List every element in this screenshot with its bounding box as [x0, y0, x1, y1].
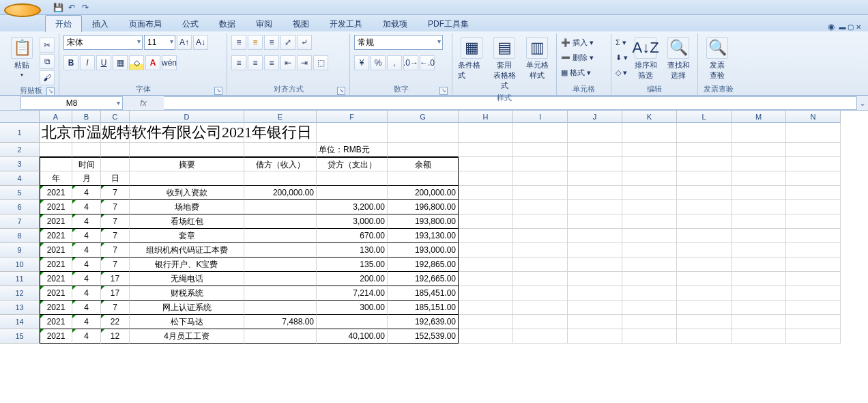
currency-icon[interactable]: ¥	[354, 55, 369, 70]
clear-button[interactable]: ◇ ▾	[616, 66, 628, 79]
cell-styles-button[interactable]: ▥单元格 样式	[522, 35, 552, 83]
font-dialog-icon[interactable]: ↘	[214, 87, 222, 95]
column-header-F[interactable]: F	[317, 111, 388, 123]
column-header-K[interactable]: K	[622, 111, 677, 123]
invoice-check-button[interactable]: 🔍发票 查验	[702, 35, 732, 83]
row-header-12[interactable]: 12	[0, 286, 40, 301]
font-size-combo[interactable]: 11	[144, 35, 175, 50]
row-header-11[interactable]: 11	[0, 272, 40, 286]
qat-undo-icon[interactable]: ↶	[66, 1, 78, 14]
tab-review[interactable]: 审阅	[246, 15, 283, 32]
column-header-N[interactable]: N	[786, 111, 841, 123]
row-header-10[interactable]: 10	[0, 258, 40, 272]
sort-filter-button[interactable]: A↓Z排序和 筛选	[631, 35, 661, 83]
font-name-combo[interactable]: 宋体	[63, 35, 143, 50]
align-middle-icon[interactable]: ≡	[248, 35, 263, 50]
grow-font-icon[interactable]: A↑	[177, 35, 192, 50]
qat-save-icon[interactable]: 💾	[52, 1, 64, 14]
font-color-button[interactable]: A	[145, 55, 160, 70]
column-header-L[interactable]: L	[677, 111, 732, 123]
format-as-table-button[interactable]: ▤套用 表格格式	[489, 35, 519, 93]
percent-icon[interactable]: %	[371, 55, 386, 70]
column-header-B[interactable]: B	[72, 111, 101, 123]
fill-color-button[interactable]: ◇	[129, 55, 144, 70]
worksheet-grid[interactable]: ABCDEFGHIJKLMN 123456789101112131415 北京市…	[0, 111, 868, 403]
row-header-3[interactable]: 3	[0, 157, 40, 171]
increase-indent-icon[interactable]: ⇥	[297, 55, 312, 70]
row-header-2[interactable]: 2	[0, 143, 40, 157]
column-header-A[interactable]: A	[40, 111, 72, 123]
tab-developer[interactable]: 开发工具	[319, 15, 373, 32]
comma-icon[interactable]: ,	[387, 55, 402, 70]
format-cells-button[interactable]: ▦ 格式 ▾	[561, 66, 591, 79]
decrease-decimal-icon[interactable]: ←.0	[420, 55, 435, 70]
conditional-format-button[interactable]: ▦条件格式	[457, 35, 487, 83]
tab-pdf[interactable]: PDF工具集	[418, 15, 479, 32]
border-button[interactable]: ▦	[113, 55, 128, 70]
qat-redo-icon[interactable]: ↷	[79, 1, 91, 14]
bold-button[interactable]: B	[63, 55, 78, 70]
align-bottom-icon[interactable]: ≡	[264, 35, 279, 50]
row-header-6[interactable]: 6	[0, 200, 40, 214]
row-header-14[interactable]: 14	[0, 315, 40, 329]
column-header-C[interactable]: C	[101, 111, 130, 123]
row-header-5[interactable]: 5	[0, 186, 40, 200]
find-select-button[interactable]: 🔍查找和 选择	[663, 35, 693, 83]
column-header-M[interactable]: M	[732, 111, 786, 123]
column-headers[interactable]: ABCDEFGHIJKLMN	[40, 111, 841, 123]
row-headers[interactable]: 123456789101112131415	[0, 123, 40, 344]
number-dialog-icon[interactable]: ↘	[439, 87, 448, 95]
fill-button[interactable]: ⬇ ▾	[616, 51, 628, 64]
tab-formulas[interactable]: 公式	[172, 15, 209, 32]
name-box[interactable]: M8	[20, 96, 123, 110]
tab-view[interactable]: 视图	[283, 15, 319, 32]
clipboard-dialog-icon[interactable]: ↘	[46, 87, 55, 96]
help-icon[interactable]: ◉	[828, 22, 835, 31]
row-header-13[interactable]: 13	[0, 301, 40, 315]
tab-addins[interactable]: 加载项	[373, 15, 418, 32]
align-left-icon[interactable]: ≡	[231, 55, 246, 70]
wrap-text-button[interactable]: ⤶	[297, 35, 312, 50]
tab-pagelayout[interactable]: 页面布局	[119, 15, 172, 32]
phonetic-button[interactable]: wén	[162, 55, 177, 70]
copy-icon[interactable]: ⧉	[40, 54, 55, 69]
cut-icon[interactable]: ✂	[40, 38, 55, 53]
select-all-button[interactable]	[0, 111, 40, 123]
row-header-1[interactable]: 1	[0, 123, 40, 143]
column-header-J[interactable]: J	[568, 111, 622, 123]
fx-icon[interactable]: fx	[140, 98, 146, 108]
align-dialog-icon[interactable]: ↘	[337, 87, 345, 95]
number-format-combo[interactable]: 常规	[354, 35, 443, 50]
underline-button[interactable]: U	[96, 55, 111, 70]
shrink-font-icon[interactable]: A↓	[193, 35, 208, 50]
column-header-G[interactable]: G	[388, 111, 459, 123]
align-right-icon[interactable]: ≡	[264, 55, 279, 70]
cell-area[interactable]: 北京市温妮特软件有限公司2021年银行日单位：RMB元时间摘要借方（收入）贷方（…	[40, 123, 841, 344]
insert-cells-button[interactable]: ➕ 插入 ▾	[561, 36, 594, 48]
row-header-8[interactable]: 8	[0, 229, 40, 243]
merge-button[interactable]: ⬚	[313, 55, 328, 70]
orientation-icon[interactable]: ⤢	[280, 35, 295, 50]
tab-data[interactable]: 数据	[209, 15, 246, 32]
row-header-4[interactable]: 4	[0, 171, 40, 186]
paste-button[interactable]: 📋 粘贴 ▾	[7, 35, 37, 80]
format-painter-icon[interactable]: 🖌	[40, 70, 55, 85]
expand-formula-bar-icon[interactable]: ⌄	[857, 98, 868, 108]
row-header-7[interactable]: 7	[0, 214, 40, 229]
align-center-icon[interactable]: ≡	[248, 55, 263, 70]
tab-home[interactable]: 开始	[45, 15, 82, 32]
align-top-icon[interactable]: ≡	[231, 35, 246, 50]
office-button[interactable]	[4, 3, 41, 17]
tab-insert[interactable]: 插入	[82, 15, 119, 32]
row-header-15[interactable]: 15	[0, 329, 40, 344]
italic-button[interactable]: I	[80, 55, 95, 70]
column-header-H[interactable]: H	[459, 111, 513, 123]
column-header-I[interactable]: I	[513, 111, 568, 123]
row-header-9[interactable]: 9	[0, 243, 40, 258]
increase-decimal-icon[interactable]: .0→	[403, 55, 418, 70]
autosum-button[interactable]: Σ ▾	[616, 36, 628, 48]
column-header-E[interactable]: E	[244, 111, 317, 123]
decrease-indent-icon[interactable]: ⇤	[280, 55, 295, 70]
delete-cells-button[interactable]: ➖ 删除 ▾	[561, 51, 594, 64]
minimize-ribbon-icon[interactable]: ▬ ▢ ✕	[839, 23, 861, 31]
